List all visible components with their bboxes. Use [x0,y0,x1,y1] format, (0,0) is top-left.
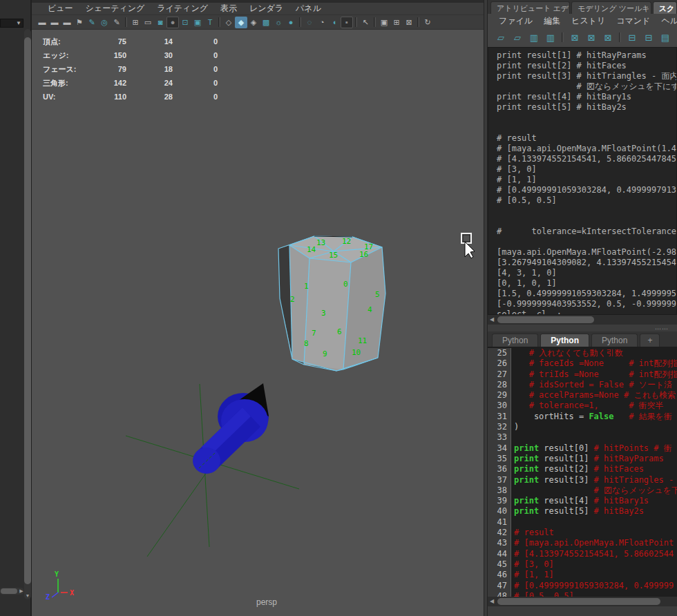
code-text: # [1, 1] [511,570,554,580]
face-number: 4 [368,305,372,314]
left-horizontal-scrollbar-thumb[interactable] [1,588,17,594]
scroll-left-icon[interactable]: ◀ [488,316,496,324]
wireframe-icon[interactable]: ◇ [222,17,235,28]
viewport-menu-item[interactable]: レンダラ [243,3,289,15]
face-number: 13 [316,238,325,247]
perspective-viewport[interactable]: ビューシェーティングライティング表示レンダラパネル ▬▬▬⚑✎◎✎⊞▭◙●⊡▣T… [32,0,484,616]
line-number: 26 [488,358,511,369]
save-script-icon[interactable]: ▥ [526,30,542,44]
isolate-add-icon[interactable]: ⊞ [390,17,403,28]
select-camera-icon[interactable]: ▬ [36,17,48,28]
clear-all-icon[interactable]: ⊠ [600,30,616,44]
safe-title-icon[interactable]: T [204,17,216,28]
isolate-select-icon[interactable]: ▣ [378,17,390,28]
refresh-icon[interactable]: ↻ [421,17,434,28]
script-editor-menu-item[interactable]: ヘルプ [656,15,677,27]
clear-history-icon[interactable]: ⊠ [567,30,582,44]
show-history-only-icon[interactable]: ⊟ [624,30,640,44]
rp-tab[interactable]: アトリビュート エディタ [490,1,570,14]
scroll-down-icon[interactable]: ▼ [24,593,31,599]
script-tab[interactable]: Python [492,334,538,347]
film-gate-icon[interactable]: ▭ [142,17,154,28]
viewport-menu-item[interactable]: ビュー [41,3,79,15]
output-line [497,237,676,247]
depth-of-field-icon[interactable]: ◖ [328,17,341,28]
grid-icon[interactable]: ⊞ [129,17,142,28]
image-plane-icon[interactable]: ✎ [86,17,98,28]
scroll-left-icon[interactable]: ◀ [488,597,496,606]
field-chart-icon[interactable]: ⊡ [179,17,191,28]
shadows-icon[interactable]: ● [285,17,297,28]
output-line: # [4.133974552154541, 5.86602544784545 [497,154,676,164]
code-segment: # 結果を衝 [614,412,672,421]
isolate-view-icon[interactable]: ⊠ [403,17,415,28]
safe-action-icon[interactable]: ▣ [191,17,204,28]
shaded-icon[interactable]: ◆ [235,17,247,28]
save-selected-icon[interactable]: ▥ [543,30,558,44]
code-segment: # hitBay2s [594,506,644,516]
use-all-lights-icon[interactable]: ☼ [272,17,285,28]
show-input-only-icon[interactable]: ⊟ [641,30,656,44]
motion-blur-icon[interactable]: ◔ [316,17,328,28]
output-line: print result[4] # hitBary1s [497,92,676,102]
fog-icon[interactable]: ◌ [303,17,316,28]
ssao-icon[interactable]: ▪ [341,17,353,28]
code-scrollbar-thumb[interactable] [497,598,660,605]
editor-sash[interactable]: ⋯⋯ [488,325,677,331]
clear-input-icon[interactable]: ⊠ [584,30,599,44]
script-tab[interactable]: Python [591,334,638,347]
script-editor-menu-item[interactable]: ヒストリ [566,15,611,27]
viewport-menu-item[interactable]: 表示 [214,3,243,15]
pan-zoom-icon[interactable]: ◎ [98,17,111,28]
toolbar-divider [355,17,357,27]
source-script-icon[interactable]: ▱ [510,30,525,44]
grease-pencil-icon[interactable]: ✎ [111,17,123,28]
face-number: 12 [342,237,351,246]
axis-z-label: Z [46,593,50,601]
rp-tab[interactable]: モデリング ツールキット [571,1,651,14]
code-segment: False [589,412,613,421]
code-horizontal-scrollbar[interactable]: ◀ [488,597,677,606]
output-line: print result[2] # hitFaces [497,61,676,71]
camera-name-label: persp [211,597,322,607]
code-text: # tolerance=1, # 衝突半 [511,401,664,411]
output-horizontal-scrollbar[interactable]: ◀ [488,315,677,325]
line-number: 32 [488,422,511,432]
lock-camera-icon[interactable]: ▬ [48,17,61,28]
open-script-icon[interactable]: ▱ [493,30,508,44]
select-tool-icon[interactable]: ↖ [359,17,372,28]
camera-attributes-icon[interactable]: ▬ [61,17,73,28]
blue-cylinder-object[interactable] [193,383,269,474]
script-editor-menu-item[interactable]: 編集 [538,15,566,27]
polygon-mesh[interactable]: 01234567891011121314151617 [278,236,385,371]
script-tab-new[interactable]: + [640,334,660,347]
viewport-canvas[interactable]: 01234567891011121314151617 Y X Z [33,30,484,616]
code-segment: print [514,475,539,485]
output-scrollbar-thumb[interactable] [497,316,594,323]
gate-mask-icon[interactable]: ● [166,17,179,28]
textured-icon[interactable]: ▩ [260,17,272,28]
left-panel-dropdown[interactable]: ▼ [0,19,23,28]
script-input-area[interactable]: 25 # 入れなくても動く引数26 # faceIds =None # int配… [488,347,677,597]
rp-tab[interactable]: スク [653,1,677,14]
viewport-menu-item[interactable]: シェーティング [79,3,151,15]
left-vertical-scrollbar-thumb[interactable] [24,37,31,584]
script-editor-menu-item[interactable]: コマンド [611,15,656,27]
viewport-menu-item[interactable]: ライティング [151,3,214,15]
wireframe-on-shaded-icon[interactable]: ◈ [247,17,260,28]
script-tab[interactable]: Python [540,334,589,347]
show-both-icon[interactable]: ▤ [658,30,673,44]
code-text: print result[0] # hitPoints # 衝 [511,443,672,454]
script-output-area[interactable]: print result[1] # hitRayParamsprint resu… [488,47,677,315]
left-vertical-scrollbar[interactable] [24,29,31,599]
face-number: 10 [352,348,361,357]
viewport-toolbar: ▬▬▬⚑✎◎✎⊞▭◙●⊡▣T◇◆◈▩☼●◌◔◖▪↖▣⊞⊠↻ [32,15,484,30]
viewport-menu-item[interactable]: パネル [289,3,327,15]
script-editor-menu-item[interactable]: ファイル [493,15,538,27]
line-number: 41 [488,517,511,528]
code-segment: result[3] [539,475,593,485]
scroll-right-icon[interactable]: ▶ [18,588,25,595]
bookmark-icon[interactable]: ⚑ [73,17,86,28]
toolbar-divider [619,32,621,42]
resolution-gate-icon[interactable]: ◙ [154,17,166,28]
